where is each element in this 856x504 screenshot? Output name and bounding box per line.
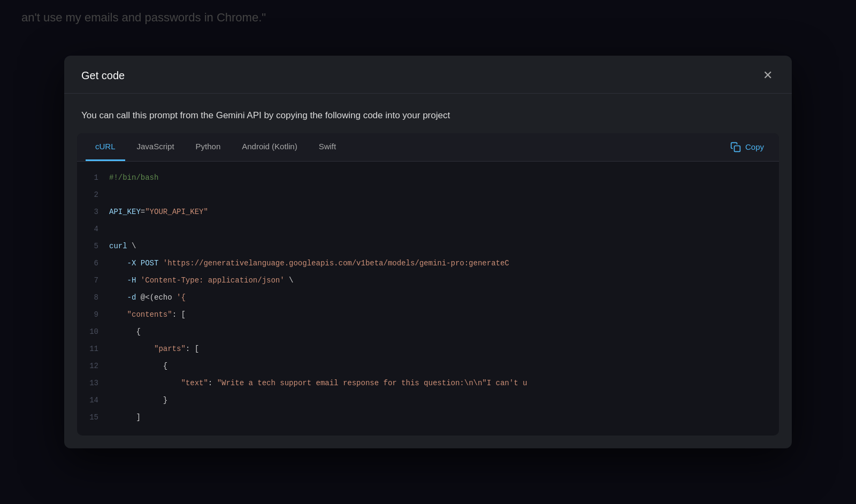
code-line-5: 5 curl \: [77, 239, 779, 256]
modal-title: Get code: [81, 70, 125, 82]
modal-description: You can call this prompt from the Gemini…: [64, 94, 792, 133]
copy-label: Copy: [745, 142, 764, 151]
code-line-13: 13 "text": "Write a tech support email r…: [77, 376, 779, 393]
svg-rect-0: [734, 146, 740, 151]
modal-header: Get code ✕: [64, 56, 792, 94]
code-line-10: 10 {: [77, 324, 779, 341]
tab-android-kotlin[interactable]: Android (Kotlin): [232, 133, 307, 161]
tabs-bar: cURL JavaScript Python Android (Kotlin) …: [77, 133, 779, 162]
copy-button[interactable]: Copy: [724, 138, 770, 157]
code-line-8: 8 -d @<(echo '{: [77, 290, 779, 307]
tab-curl[interactable]: cURL: [86, 133, 125, 161]
code-line-1: 1 #!/bin/bash: [77, 170, 779, 187]
code-line-2: 2: [77, 187, 779, 204]
get-code-modal: Get code ✕ You can call this prompt from…: [64, 56, 792, 448]
close-icon: ✕: [763, 70, 773, 81]
code-line-14: 14 }: [77, 393, 779, 410]
tab-python[interactable]: Python: [186, 133, 231, 161]
tab-javascript[interactable]: JavaScript: [127, 133, 184, 161]
code-line-6: 6 -X POST 'https://generativelanguage.go…: [77, 256, 779, 273]
code-line-7: 7 -H 'Content-Type: application/json' \: [77, 273, 779, 290]
code-area[interactable]: 1 #!/bin/bash 2 3 API_KEY="YOUR_API_KEY"…: [77, 162, 779, 436]
code-line-15: 15 ]: [77, 410, 779, 427]
code-container: cURL JavaScript Python Android (Kotlin) …: [77, 133, 779, 436]
code-line-4: 4: [77, 222, 779, 239]
code-line-12: 12 {: [77, 358, 779, 376]
code-line-3: 3 API_KEY="YOUR_API_KEY": [77, 204, 779, 222]
code-line-9: 9 "contents": [: [77, 307, 779, 324]
close-button[interactable]: ✕: [761, 67, 775, 83]
code-line-11: 11 "parts": [: [77, 341, 779, 358]
tab-swift[interactable]: Swift: [309, 133, 346, 161]
copy-icon: [730, 142, 741, 152]
